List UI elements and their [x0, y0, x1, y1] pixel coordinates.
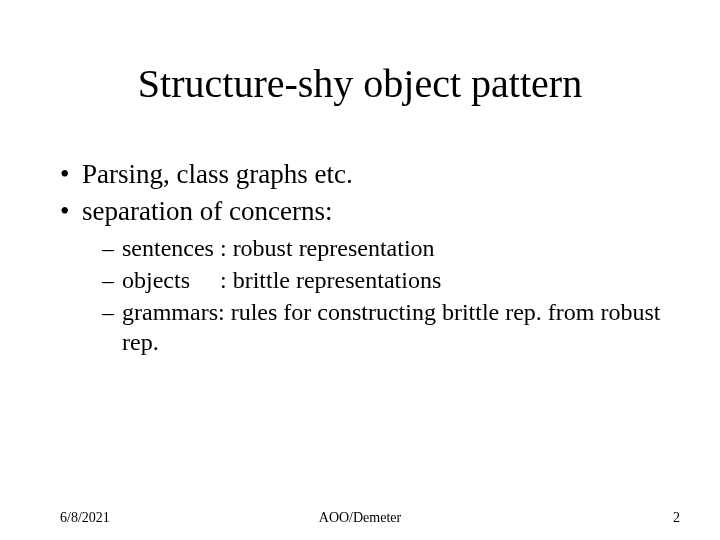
dash-icon: – [102, 265, 122, 295]
footer-center: AOO/Demeter [0, 510, 720, 526]
dash-icon: – [102, 233, 122, 263]
list-item-text: grammars: rules for constructing brittle… [122, 299, 661, 355]
list-item: •separation of concerns: [60, 195, 670, 229]
slide-title: Structure-shy object pattern [0, 60, 720, 107]
bullet-icon: • [60, 195, 82, 229]
list-item: –objects : brittle representations [102, 265, 670, 295]
list-item-text: objects : brittle representations [122, 267, 441, 293]
footer-page-number: 2 [673, 510, 680, 526]
list-item-text: sentences : robust representation [122, 235, 435, 261]
slide-body: •Parsing, class graphs etc. •separation … [60, 155, 670, 359]
bullet-icon: • [60, 158, 82, 192]
list-item-text: separation of concerns: [82, 196, 332, 226]
list-item: –sentences : robust representation [102, 233, 670, 263]
list-item-text: Parsing, class graphs etc. [82, 159, 353, 189]
sublist: –sentences : robust representation –obje… [102, 233, 670, 357]
list-item: •Parsing, class graphs etc. [60, 158, 670, 192]
dash-icon: – [102, 297, 122, 327]
slide: Structure-shy object pattern •Parsing, c… [0, 0, 720, 540]
list-item: –grammars: rules for constructing brittl… [102, 297, 670, 357]
